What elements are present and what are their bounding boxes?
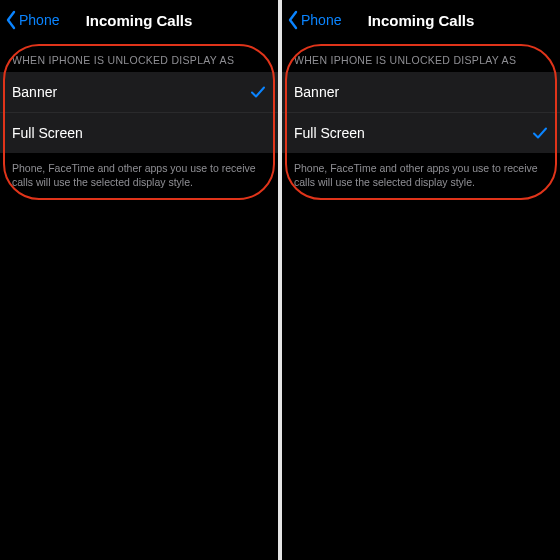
option-label: Full Screen bbox=[294, 125, 365, 141]
back-label: Phone bbox=[19, 12, 59, 28]
chevron-left-icon bbox=[286, 10, 300, 30]
back-label: Phone bbox=[301, 12, 341, 28]
screen-right: Phone Incoming Calls WHEN IPHONE IS UNLO… bbox=[282, 0, 560, 560]
section-header: WHEN IPHONE IS UNLOCKED DISPLAY AS bbox=[0, 40, 278, 72]
page-title: Incoming Calls bbox=[86, 12, 193, 29]
back-button[interactable]: Phone bbox=[286, 0, 341, 40]
option-banner[interactable]: Banner bbox=[282, 72, 560, 112]
section-footer: Phone, FaceTime and other apps you use t… bbox=[282, 153, 560, 189]
option-label: Full Screen bbox=[12, 125, 83, 141]
chevron-left-icon bbox=[4, 10, 18, 30]
nav-bar: Phone Incoming Calls bbox=[282, 0, 560, 40]
option-label: Banner bbox=[294, 84, 339, 100]
section-header: WHEN IPHONE IS UNLOCKED DISPLAY AS bbox=[282, 40, 560, 72]
page-title: Incoming Calls bbox=[368, 12, 475, 29]
checkmark-icon bbox=[532, 125, 548, 141]
section-footer: Phone, FaceTime and other apps you use t… bbox=[0, 153, 278, 189]
screen-left: Phone Incoming Calls WHEN IPHONE IS UNLO… bbox=[0, 0, 278, 560]
nav-bar: Phone Incoming Calls bbox=[0, 0, 278, 40]
option-banner[interactable]: Banner bbox=[0, 72, 278, 112]
option-fullscreen[interactable]: Full Screen bbox=[0, 112, 278, 153]
option-fullscreen[interactable]: Full Screen bbox=[282, 112, 560, 153]
option-label: Banner bbox=[12, 84, 57, 100]
checkmark-icon bbox=[250, 84, 266, 100]
back-button[interactable]: Phone bbox=[4, 0, 59, 40]
